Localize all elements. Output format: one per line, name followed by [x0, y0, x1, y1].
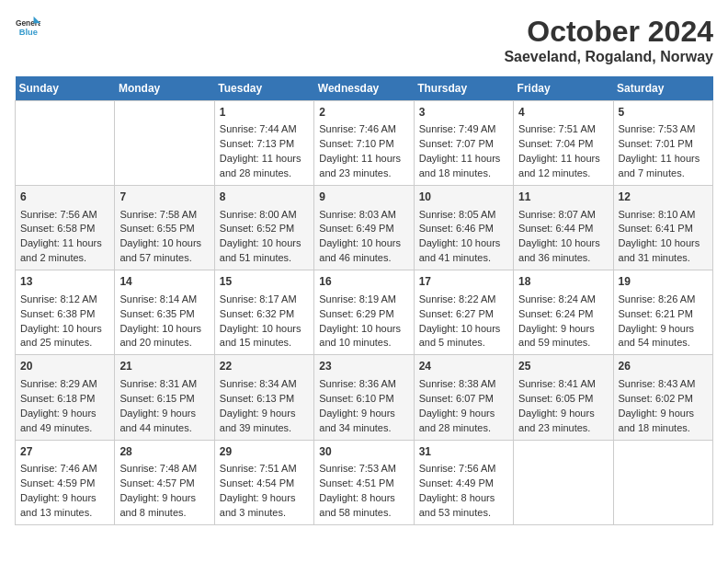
calendar-cell: 15Sunrise: 8:17 AMSunset: 6:32 PMDayligh… [214, 270, 313, 355]
col-wednesday: Wednesday [314, 76, 414, 101]
day-number: 13 [20, 274, 109, 290]
calendar-week-2: 6Sunrise: 7:56 AMSunset: 6:58 PMDaylight… [16, 186, 713, 270]
col-saturday: Saturday [613, 76, 712, 101]
calendar-cell [514, 440, 613, 524]
sunrise-text: Sunrise: 8:41 AM [518, 378, 596, 389]
day-number: 9 [319, 190, 408, 205]
sunset-text: Sunset: 6:29 PM [319, 308, 393, 319]
sunset-text: Sunset: 6:21 PM [619, 308, 693, 319]
daylight-text: Daylight: 10 hours and 5 minutes. [419, 323, 501, 349]
sunrise-text: Sunrise: 7:56 AM [419, 463, 496, 474]
day-number: 23 [319, 359, 408, 374]
daylight-text: Daylight: 9 hours and 28 minutes. [419, 408, 495, 433]
calendar-cell: 17Sunrise: 8:22 AMSunset: 6:27 PMDayligh… [414, 270, 513, 355]
sunrise-text: Sunrise: 8:38 AM [419, 378, 496, 389]
sunset-text: Sunset: 6:52 PM [220, 223, 294, 234]
calendar-cell: 30Sunrise: 7:53 AMSunset: 4:51 PMDayligh… [314, 440, 414, 524]
calendar-cell: 20Sunrise: 8:29 AMSunset: 6:18 PMDayligh… [16, 355, 115, 440]
sunset-text: Sunset: 6:55 PM [119, 223, 194, 234]
sunrise-text: Sunrise: 8:00 AM [220, 209, 297, 220]
sunrise-text: Sunrise: 8:31 AM [119, 378, 197, 389]
calendar-cell: 7Sunrise: 7:58 AMSunset: 6:55 PMDaylight… [115, 186, 214, 270]
sunrise-text: Sunrise: 8:34 AM [220, 378, 297, 389]
day-number: 22 [220, 359, 309, 374]
day-number: 19 [619, 274, 708, 290]
sunset-text: Sunset: 6:15 PM [119, 393, 194, 404]
sunrise-text: Sunrise: 8:43 AM [619, 378, 696, 389]
day-number: 10 [419, 190, 508, 205]
calendar-table: Sunday Monday Tuesday Wednesday Thursday… [15, 76, 713, 525]
sunrise-text: Sunrise: 7:44 AM [220, 123, 297, 134]
day-number: 12 [619, 190, 708, 205]
calendar-cell: 21Sunrise: 8:31 AMSunset: 6:15 PMDayligh… [115, 355, 214, 440]
calendar-cell: 19Sunrise: 8:26 AMSunset: 6:21 PMDayligh… [613, 270, 712, 355]
day-number: 11 [518, 190, 608, 205]
calendar-cell: 23Sunrise: 8:36 AMSunset: 6:10 PMDayligh… [314, 355, 414, 440]
sunset-text: Sunset: 7:07 PM [419, 138, 494, 149]
calendar-week-1: 1Sunrise: 7:44 AMSunset: 7:13 PMDaylight… [16, 101, 713, 186]
day-number: 1 [220, 105, 309, 121]
day-number: 5 [619, 105, 708, 121]
daylight-text: Daylight: 11 hours and 2 minutes. [20, 237, 102, 263]
daylight-text: Daylight: 10 hours and 31 minutes. [619, 237, 700, 263]
sunset-text: Sunset: 4:51 PM [319, 477, 393, 488]
calendar-cell: 13Sunrise: 8:12 AMSunset: 6:38 PMDayligh… [16, 270, 115, 355]
sunrise-text: Sunrise: 8:14 AM [119, 293, 197, 304]
day-number: 2 [319, 105, 408, 121]
svg-text:Blue: Blue [19, 28, 38, 37]
day-number: 14 [119, 274, 209, 290]
daylight-text: Daylight: 10 hours and 15 minutes. [220, 323, 301, 349]
daylight-text: Daylight: 9 hours and 23 minutes. [518, 408, 595, 433]
day-number: 27 [20, 444, 109, 460]
daylight-text: Daylight: 9 hours and 34 minutes. [319, 408, 395, 433]
col-thursday: Thursday [414, 76, 513, 101]
sunset-text: Sunset: 6:10 PM [319, 393, 393, 404]
daylight-text: Daylight: 9 hours and 18 minutes. [619, 408, 695, 433]
day-number: 8 [220, 190, 309, 205]
daylight-text: Daylight: 9 hours and 39 minutes. [220, 408, 296, 433]
daylight-text: Daylight: 10 hours and 20 minutes. [119, 323, 201, 349]
calendar-cell: 6Sunrise: 7:56 AMSunset: 6:58 PMDaylight… [16, 186, 115, 270]
calendar-cell: 9Sunrise: 8:03 AMSunset: 6:49 PMDaylight… [314, 186, 414, 270]
sunset-text: Sunset: 6:49 PM [319, 223, 393, 234]
calendar-cell: 14Sunrise: 8:14 AMSunset: 6:35 PMDayligh… [115, 270, 214, 355]
day-number: 6 [20, 190, 109, 205]
daylight-text: Daylight: 10 hours and 57 minutes. [119, 237, 201, 263]
calendar-cell: 8Sunrise: 8:00 AMSunset: 6:52 PMDaylight… [214, 186, 313, 270]
daylight-text: Daylight: 11 hours and 28 minutes. [220, 153, 301, 178]
sunrise-text: Sunrise: 8:03 AM [319, 209, 396, 220]
sunrise-text: Sunrise: 8:36 AM [319, 378, 396, 389]
col-sunday: Sunday [16, 76, 115, 101]
calendar-cell: 28Sunrise: 7:48 AMSunset: 4:57 PMDayligh… [115, 440, 214, 524]
col-tuesday: Tuesday [214, 76, 313, 101]
calendar-cell: 24Sunrise: 8:38 AMSunset: 6:07 PMDayligh… [414, 355, 513, 440]
sunset-text: Sunset: 6:24 PM [518, 308, 593, 319]
sunrise-text: Sunrise: 7:51 AM [220, 463, 297, 474]
day-number: 31 [419, 444, 508, 460]
sunrise-text: Sunrise: 8:26 AM [619, 293, 696, 304]
col-friday: Friday [514, 76, 613, 101]
sunrise-text: Sunrise: 7:46 AM [319, 123, 396, 134]
logo-icon: GeneralBlue [15, 15, 40, 40]
calendar-cell: 2Sunrise: 7:46 AMSunset: 7:10 PMDaylight… [314, 101, 414, 186]
calendar-cell: 26Sunrise: 8:43 AMSunset: 6:02 PMDayligh… [613, 355, 712, 440]
location-title: Saeveland, Rogaland, Norway [504, 49, 713, 65]
daylight-text: Daylight: 10 hours and 36 minutes. [518, 237, 600, 263]
day-number: 17 [419, 274, 508, 290]
sunrise-text: Sunrise: 7:48 AM [119, 463, 197, 474]
sunset-text: Sunset: 7:13 PM [220, 138, 294, 149]
daylight-text: Daylight: 9 hours and 44 minutes. [119, 408, 196, 433]
sunrise-text: Sunrise: 8:22 AM [419, 293, 496, 304]
sunrise-text: Sunrise: 8:24 AM [518, 293, 596, 304]
day-number: 28 [119, 444, 209, 460]
sunrise-text: Sunrise: 7:53 AM [619, 123, 696, 134]
sunset-text: Sunset: 6:35 PM [119, 308, 194, 319]
day-number: 20 [20, 359, 109, 374]
day-number: 7 [119, 190, 209, 205]
calendar-cell: 10Sunrise: 8:05 AMSunset: 6:46 PMDayligh… [414, 186, 513, 270]
page-header: GeneralBlue October 2024 Saeveland, Roga… [15, 15, 713, 65]
sunrise-text: Sunrise: 8:05 AM [419, 209, 496, 220]
calendar-cell: 16Sunrise: 8:19 AMSunset: 6:29 PMDayligh… [314, 270, 414, 355]
daylight-text: Daylight: 10 hours and 46 minutes. [319, 237, 401, 263]
calendar-cell: 22Sunrise: 8:34 AMSunset: 6:13 PMDayligh… [214, 355, 313, 440]
